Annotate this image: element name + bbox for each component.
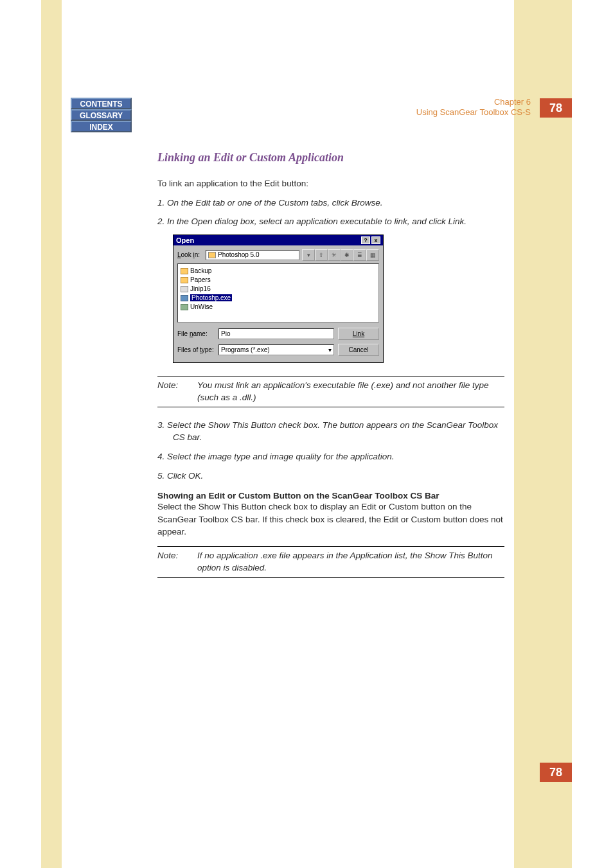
nav-button-group: CONTENTS GLOSSARY INDEX: [71, 98, 135, 132]
step-5: 5. Click OK.: [157, 470, 504, 483]
page-number-top: 78: [540, 98, 572, 118]
sys-file-icon: [181, 286, 188, 292]
lookin-label: Look in:: [177, 251, 203, 258]
section-title: Linking an Edit or Custom Application: [157, 151, 504, 164]
chevron-down-icon[interactable]: ▾: [328, 345, 332, 355]
list-view-icon[interactable]: ≣: [353, 249, 366, 261]
chapter-title: Using ScanGear Toolbox CS-S: [416, 107, 531, 117]
note-text: You must link an application's executabl…: [197, 379, 504, 404]
new-folder-icon[interactable]: ✱: [341, 249, 353, 261]
sub-text: Select the Show This Button check box to…: [157, 500, 504, 538]
folder-icon: [181, 277, 188, 283]
desktop-icon[interactable]: ✳: [328, 249, 341, 261]
folder-icon: [181, 268, 188, 274]
dialog-title-text: Open: [176, 236, 194, 244]
filetype-label: Files of type:: [177, 346, 215, 353]
cancel-button[interactable]: Cancel: [338, 344, 379, 356]
index-button[interactable]: INDEX: [71, 121, 132, 132]
link-button[interactable]: Link: [338, 328, 379, 340]
note-label: Note:: [157, 379, 197, 404]
glossary-button[interactable]: GLOSSARY: [71, 109, 132, 121]
list-item[interactable]: UnWise: [181, 303, 376, 312]
main-content: Linking an Edit or Custom Application To…: [157, 151, 504, 589]
details-view-icon[interactable]: ▦: [366, 249, 379, 261]
page-number-bottom: 78: [540, 763, 572, 782]
file-list[interactable]: Backup Papers Jinip16 Photoshp.exe UnWis…: [177, 263, 379, 323]
chapter-number: Chapter 6: [494, 97, 531, 107]
left-margin-band: [41, 0, 62, 868]
note-2: Note: If no application .exe file appear…: [157, 546, 504, 578]
close-icon[interactable]: x: [371, 236, 380, 244]
filetype-combo[interactable]: Programs (*.exe)▾: [218, 344, 334, 355]
list-item[interactable]: Photoshp.exe: [181, 294, 376, 303]
note-1: Note: You must link an application's exe…: [157, 376, 504, 407]
subheading: Showing an Edit or Custom Button on the …: [157, 491, 504, 500]
uninstall-icon: [181, 304, 188, 310]
list-item[interactable]: Backup: [181, 267, 376, 276]
note-label: Note:: [157, 549, 197, 574]
dialog-titlebar: Open ? x: [173, 235, 383, 245]
filename-input[interactable]: Pio: [218, 328, 334, 339]
list-item[interactable]: Papers: [181, 276, 376, 285]
lookin-combo[interactable]: Photoshop 5.0: [206, 250, 299, 260]
filename-label: File name:: [177, 330, 215, 337]
open-dialog: Open ? x Look in: Photoshop 5.0 ▾ ⇧ ✳ ✱ …: [173, 235, 384, 363]
exe-file-icon: [181, 295, 188, 301]
dropdown-icon[interactable]: ▾: [302, 249, 315, 261]
right-margin-band: [514, 0, 572, 868]
contents-button[interactable]: CONTENTS: [71, 98, 132, 109]
lookin-value: Photoshop 5.0: [218, 251, 260, 260]
folder-icon: [208, 252, 216, 258]
intro-text: To link an application to the Edit butto…: [157, 177, 504, 190]
up-folder-icon[interactable]: ⇧: [315, 249, 328, 261]
step-2: 2. In the Open dialog box, select an app…: [157, 215, 504, 228]
step-3: 3. Select the Show This Button check box…: [157, 419, 504, 444]
step-4: 4. Select the image type and image quali…: [157, 450, 504, 463]
chapter-header: Chapter 6 Using ScanGear Toolbox CS-S: [416, 97, 531, 117]
help-icon[interactable]: ?: [361, 236, 370, 244]
note-text: If no application .exe file appears in t…: [197, 549, 504, 574]
list-item[interactable]: Jinip16: [181, 285, 376, 294]
step-1: 1. On the Edit tab or one of the Custom …: [157, 197, 504, 209]
selected-file: Photoshp.exe: [190, 294, 232, 301]
toolbar-icons: ▾ ⇧ ✳ ✱ ≣ ▦: [302, 249, 379, 261]
